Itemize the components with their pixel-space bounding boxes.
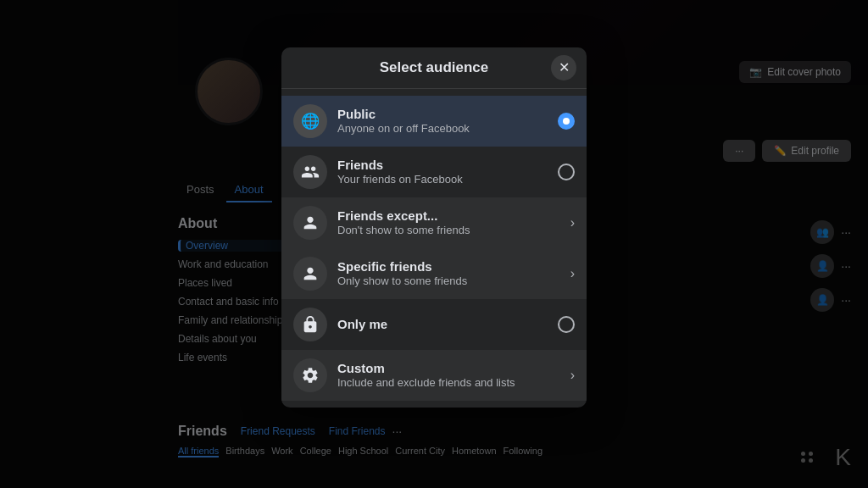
- option-public-text: Public Anyone on or off Facebook: [337, 107, 558, 135]
- specific-friends-svg: [301, 264, 320, 283]
- dialog-title: Select audience: [380, 59, 489, 76]
- custom-icon: [293, 358, 327, 392]
- friends-except-svg: [301, 214, 320, 232]
- friends-label: Friends: [337, 158, 558, 172]
- option-only-me[interactable]: Only me: [281, 299, 587, 350]
- friends-svg: [301, 163, 320, 181]
- friends-except-icon: [293, 206, 327, 240]
- only-me-icon: [293, 308, 327, 341]
- friends-desc: Your friends on Facebook: [337, 173, 558, 186]
- dialog-close-button[interactable]: ✕: [551, 55, 576, 80]
- option-friends-except[interactable]: Friends except... Don't show to some fri…: [281, 197, 587, 248]
- only-me-label: Only me: [337, 317, 558, 331]
- option-friends[interactable]: Friends Your friends on Facebook: [281, 147, 587, 197]
- friends-except-desc: Don't show to some friends: [337, 224, 570, 236]
- specific-friends-desc: Only show to some friends: [337, 274, 570, 287]
- globe-icon: 🌐: [301, 112, 320, 130]
- public-icon: 🌐: [293, 104, 327, 138]
- friends-radio: [558, 164, 575, 180]
- option-specific-friends-text: Specific friends Only show to some frien…: [337, 259, 570, 287]
- custom-desc: Include and exclude friends and lists: [337, 376, 570, 389]
- lock-svg: [301, 315, 320, 334]
- public-desc: Anyone on or off Facebook: [337, 122, 558, 135]
- specific-friends-icon: [293, 257, 327, 291]
- gear-svg: [301, 366, 320, 385]
- custom-chevron: ›: [570, 368, 575, 383]
- close-icon: ✕: [559, 59, 570, 75]
- option-list: 🌐 Public Anyone on or off Facebook Frien…: [281, 89, 587, 408]
- only-me-radio: [558, 316, 575, 333]
- public-label: Public: [337, 107, 558, 121]
- option-custom[interactable]: Custom Include and exclude friends and l…: [281, 350, 587, 401]
- specific-friends-label: Specific friends: [337, 259, 570, 274]
- option-custom-text: Custom Include and exclude friends and l…: [337, 361, 570, 389]
- specific-friends-chevron: ›: [570, 266, 575, 281]
- custom-label: Custom: [337, 361, 570, 375]
- dialog-header: Select audience ✕: [281, 47, 587, 89]
- select-audience-dialog: Select audience ✕ 🌐 Public Anyone on or …: [281, 47, 587, 408]
- option-specific-friends[interactable]: Specific friends Only show to some frien…: [281, 248, 587, 299]
- modal-overlay: Select audience ✕ 🌐 Public Anyone on or …: [0, 0, 868, 488]
- option-friends-text: Friends Your friends on Facebook: [337, 158, 558, 186]
- friends-except-label: Friends except...: [337, 208, 570, 223]
- public-radio: [558, 113, 575, 130]
- option-friends-except-text: Friends except... Don't show to some fri…: [337, 208, 570, 236]
- friends-except-chevron: ›: [570, 215, 575, 230]
- option-public[interactable]: 🌐 Public Anyone on or off Facebook: [281, 96, 587, 147]
- option-only-me-text: Only me: [337, 317, 558, 331]
- friends-icon: [293, 155, 327, 189]
